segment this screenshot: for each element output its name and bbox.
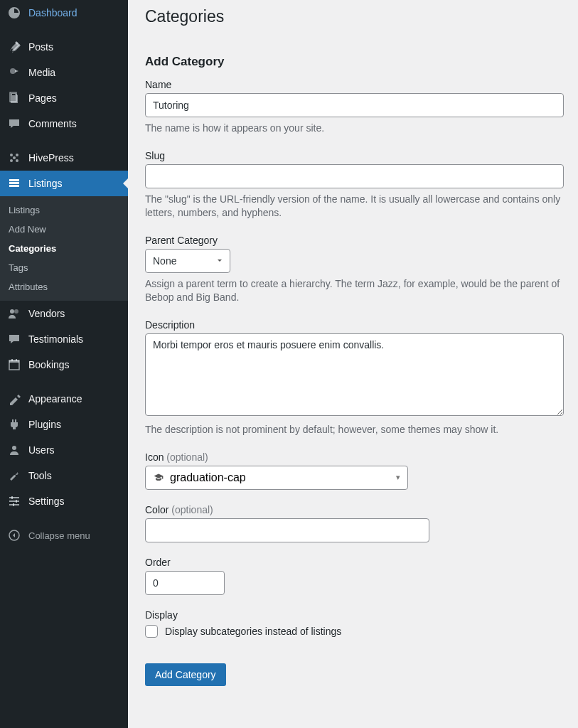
svg-point-2 [10,154,13,156]
sidebar-item-label: Pages [28,92,57,104]
svg-rect-8 [9,182,19,184]
sidebar-item-settings[interactable]: Settings [0,488,128,514]
name-input[interactable] [145,93,564,117]
icon-label: Icon (optional) [145,451,564,463]
users-icon [7,443,21,457]
sidebar-item-label: Plugins [28,419,61,430]
field-description: Description Morbi tempor eros et mauris … [145,319,564,437]
field-icon: Icon (optional) graduation-cap [145,451,564,490]
field-name: Name The name is how it appears on your … [145,79,564,136]
svg-rect-18 [9,500,19,502]
collapse-icon [7,528,21,542]
add-category-button[interactable]: Add Category [145,663,226,686]
collapse-label: Collapse menu [28,530,90,541]
icon-value: graduation-cap [170,471,246,484]
svg-point-6 [13,156,16,159]
submenu-categories[interactable]: Categories [0,239,128,258]
sidebar-item-comments[interactable]: Comments [0,111,128,136]
svg-rect-17 [9,497,19,498]
settings-icon [7,494,21,508]
sidebar-item-label: Tools [28,470,52,481]
svg-rect-13 [9,360,19,363]
name-help: The name is how it appears on your site. [145,122,564,136]
submenu-attributes[interactable]: Attributes [0,277,128,296]
graduation-cap-icon [153,472,164,483]
tools-icon [7,469,21,483]
listings-icon [7,176,21,191]
media-icon [7,65,21,80]
submenu-add-new[interactable]: Add New [0,220,128,239]
sidebar-item-users[interactable]: Users [0,437,128,463]
pin-icon [7,40,21,54]
main-content: Categories Add Category Name The name is… [128,0,578,728]
sidebar-item-posts[interactable]: Posts [0,34,128,60]
testimonials-icon [7,332,21,346]
sidebar-item-testimonials[interactable]: Testimonials [0,326,128,352]
parent-select[interactable]: None [145,249,230,273]
svg-point-10 [10,309,14,314]
sidebar-item-vendors[interactable]: Vendors [0,301,128,326]
sidebar-item-tools[interactable]: Tools [0,463,128,488]
vendors-icon [7,306,21,321]
icon-select[interactable]: graduation-cap [145,466,408,490]
sidebar-item-label: Appearance [28,393,82,405]
display-checkbox[interactable] [145,625,158,638]
sidebar-item-appearance[interactable]: Appearance [0,386,128,412]
field-parent: Parent Category None Assign a parent ter… [145,235,564,305]
sidebar-item-label: Users [28,444,55,456]
parent-label: Parent Category [145,235,564,246]
svg-rect-9 [9,185,19,187]
sidebar-item-label: Bookings [28,359,70,370]
svg-point-0 [10,68,16,74]
bookings-icon [7,358,21,372]
field-slug: Slug The "slug" is the URL-friendly vers… [145,150,564,220]
comments-icon [7,117,21,131]
sidebar-item-label: Testimonials [28,333,83,345]
appearance-icon [7,392,21,406]
sidebar-item-label: Comments [28,118,77,129]
submenu-listings[interactable]: Listings [0,200,128,220]
color-input[interactable] [145,518,429,542]
display-label: Display [145,609,564,621]
hivepress-icon [7,151,21,165]
sidebar-item-pages[interactable]: Pages [0,85,128,111]
field-order: Order [145,557,564,595]
description-help: The description is not prominent by defa… [145,423,564,437]
svg-rect-22 [13,503,14,506]
sidebar-item-label: Dashboard [28,7,77,18]
admin-sidebar: Dashboard Posts Media Pages Comments Hiv… [0,0,128,728]
sidebar-item-media[interactable]: Media [0,60,128,85]
collapse-menu[interactable]: Collapse menu [0,523,128,548]
sidebar-item-dashboard[interactable]: Dashboard [0,0,128,26]
dashboard-icon [7,6,21,20]
svg-rect-14 [11,359,13,361]
parent-help: Assign a parent term to create a hierarc… [145,277,564,305]
field-color: Color (optional) [145,504,564,542]
plugins-icon [7,417,21,432]
sidebar-item-bookings[interactable]: Bookings [0,352,128,378]
svg-point-4 [10,159,13,162]
field-display: Display Display subcategories instead of… [145,609,564,638]
pages-icon [7,91,21,105]
sidebar-item-listings[interactable]: Listings [0,171,128,196]
sidebar-item-label: Media [28,67,55,78]
svg-rect-20 [11,496,13,499]
color-label: Color (optional) [145,504,564,515]
slug-input[interactable] [145,164,564,188]
sidebar-item-plugins[interactable]: Plugins [0,412,128,437]
slug-help: The "slug" is the URL-friendly version o… [145,193,564,220]
svg-rect-7 [9,179,19,181]
svg-point-11 [14,309,18,314]
svg-rect-15 [16,359,17,361]
svg-point-16 [12,446,16,450]
display-checkbox-label: Display subcategories instead of listing… [165,626,341,637]
description-textarea[interactable]: Morbi tempor eros et mauris posuere enim… [145,333,564,416]
order-input[interactable] [145,571,225,595]
sidebar-item-hivepress[interactable]: HivePress [0,145,128,171]
sidebar-item-label: Vendors [28,308,65,319]
description-label: Description [145,319,564,331]
sidebar-item-label: Listings [28,178,62,189]
submenu-tags[interactable]: Tags [0,258,128,277]
form-title: Add Category [145,55,564,69]
page-title: Categories [145,0,564,41]
